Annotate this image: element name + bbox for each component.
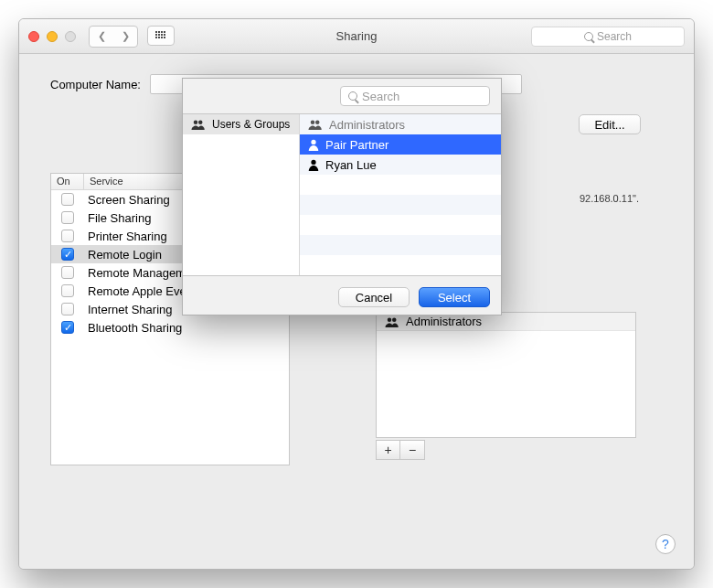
svg-point-0 (388, 317, 392, 322)
svg-point-3 (198, 121, 203, 125)
service-checkbox[interactable] (61, 211, 74, 224)
row-label: Pair Partner (325, 138, 388, 152)
preferences-window: ❮ ❯ Sharing Search Computer Name: Edit..… (18, 18, 695, 570)
group-icon (307, 118, 324, 131)
minimize-window-button[interactable] (47, 31, 58, 42)
toolbar-buttons: ❮ ❯ (89, 26, 175, 48)
add-user-button[interactable]: + (377, 441, 400, 459)
titlebar: ❮ ❯ Sharing Search (19, 19, 694, 54)
header-on: On (51, 174, 84, 189)
svg-point-1 (392, 317, 397, 322)
cancel-button[interactable]: Cancel (338, 287, 410, 307)
service-label: Bluetooth Sharing (84, 321, 182, 335)
grid-icon (155, 31, 166, 40)
remove-user-button[interactable]: − (400, 441, 424, 459)
search-icon (348, 91, 357, 101)
search-icon (584, 32, 593, 41)
service-checkbox[interactable] (61, 193, 74, 206)
service-label: Remote Login (84, 248, 162, 262)
window-body: Computer Name: Edit... On Service Screen… (19, 54, 694, 569)
nav-segmented: ❮ ❯ (89, 26, 138, 48)
svg-point-2 (194, 121, 198, 125)
allowed-users-list[interactable]: Administrators (376, 312, 636, 438)
computer-name-label: Computer Name: (50, 78, 141, 91)
empty-rows (300, 175, 501, 275)
service-checkbox[interactable]: ✓ (61, 321, 74, 334)
sheet-user-row[interactable]: Ryan Lue (300, 155, 501, 175)
forward-button[interactable]: ❯ (113, 27, 137, 47)
group-icon (190, 118, 207, 131)
service-label: File Sharing (84, 211, 151, 225)
svg-point-5 (315, 121, 320, 125)
sheet-category-row[interactable]: Users & Groups (183, 114, 299, 134)
help-button[interactable]: ? (655, 534, 676, 554)
sheet-group-row[interactable]: Administrators (300, 114, 501, 134)
show-all-button[interactable] (147, 26, 175, 46)
service-checkbox[interactable]: ✓ (61, 248, 74, 261)
sheet-columns: Users & Groups AdministratorsPair Partne… (183, 113, 501, 276)
user-picker-sheet: Search Users & Groups AdministratorsPair… (182, 78, 502, 315)
service-label: Internet Sharing (84, 303, 173, 316)
service-label: Screen Sharing (84, 193, 170, 207)
svg-point-4 (311, 121, 315, 125)
service-checkbox[interactable] (61, 303, 74, 315)
sheet-search-placeholder: Search (362, 90, 399, 103)
zoom-window-button (65, 31, 76, 42)
sheet-category-label: Users & Groups (212, 118, 290, 131)
add-remove-users: + − (376, 440, 425, 460)
sheet-footer: Cancel Select (338, 287, 490, 307)
edit-hostname-button[interactable]: Edit... (579, 114, 641, 134)
select-button[interactable]: Select (419, 287, 490, 307)
service-checkbox[interactable] (61, 266, 74, 279)
close-window-button[interactable] (28, 31, 39, 42)
service-label: Printer Sharing (84, 230, 167, 243)
service-row[interactable]: ✓Bluetooth Sharing (51, 318, 289, 337)
toolbar-search-field[interactable]: Search (531, 27, 685, 47)
service-checkbox[interactable] (61, 230, 74, 242)
service-checkbox[interactable] (61, 284, 74, 297)
svg-point-6 (311, 140, 315, 144)
sheet-source-list[interactable]: Users & Groups (183, 114, 300, 275)
sheet-user-list[interactable]: AdministratorsPair PartnerRyan Lue (300, 114, 501, 275)
search-placeholder: Search (597, 30, 632, 43)
group-icon (384, 315, 400, 328)
row-label: Ryan Lue (325, 158, 377, 172)
admin-row-label: Administrators (406, 315, 482, 328)
sheet-search-field[interactable]: Search (340, 86, 490, 106)
window-controls (28, 31, 76, 42)
sheet-user-row[interactable]: Pair Partner (300, 134, 501, 155)
ssh-hint-fragment: 92.168.0.11". (580, 193, 639, 204)
person-icon (307, 158, 320, 171)
person-icon (307, 138, 320, 151)
row-label: Administrators (329, 118, 405, 132)
allowed-users-admin-row[interactable]: Administrators (377, 313, 635, 331)
back-button[interactable]: ❮ (90, 27, 113, 47)
svg-point-7 (311, 160, 315, 165)
